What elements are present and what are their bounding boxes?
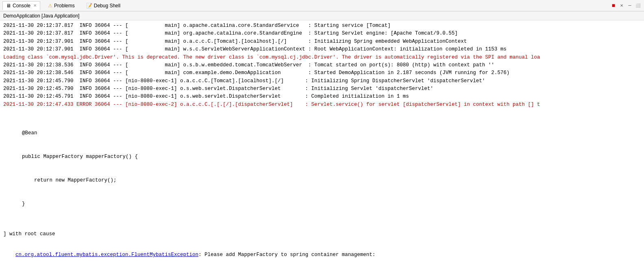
code-line: } [10, 200, 641, 208]
log-line: 2021-11-30 20:12:37.817 INFO 36064 --- [… [3, 30, 641, 37]
log-line-error: 2021-11-30 20:12:47.433 ERROR 36064 --- … [3, 101, 641, 109]
log-line: 2021-11-30 20:12:45.791 INFO 36064 --- [… [3, 93, 641, 101]
tab-problems[interactable]: ⚠ Problems [44, 1, 78, 10]
titlebar-actions: ■ ✕ — ⬜ [610, 2, 642, 9]
console-area[interactable]: 2021-11-30 20:12:37.817 INFO 36064 --- [… [0, 20, 644, 267]
tab-console-label: Console [13, 3, 30, 9]
log-line: 2021-11-30 20:12:38.536 INFO 36064 --- [… [3, 61, 641, 69]
log-line: 2021-11-30 20:12:37.901 INFO 36064 --- [… [3, 38, 641, 46]
tab-console[interactable]: 🖥 Console ✕ [2, 1, 40, 10]
shell-icon: 📝 [86, 3, 92, 9]
app-label-text: DemoApplication [Java Application] [3, 13, 79, 19]
minimize-button[interactable]: — [626, 2, 633, 9]
log-line: 2021-11-30 20:12:37.901 INFO 36064 --- [… [3, 46, 641, 53]
tab-debug-shell[interactable]: 📝 Debug Shell [83, 1, 124, 10]
exception-line: cn.org.atool.fluent.mybatis.exception.Fl… [3, 243, 641, 267]
code-line: @Bean [10, 129, 641, 137]
tab-close-icon[interactable]: ✕ [33, 3, 37, 8]
root-cause-line: ] with root cause [3, 230, 641, 238]
code-line: return new MapperFactory(); [10, 177, 641, 184]
titlebar: 🖥 Console ✕ ⚠ Problems 📝 Debug Shell ■ ✕… [0, 0, 644, 11]
log-line: 2021-11-30 20:12:45.790 INFO 36064 --- [… [3, 77, 641, 85]
problems-icon: ⚠ [48, 3, 52, 9]
stop-button[interactable]: ■ [610, 2, 617, 9]
code-line: public MapperFactory mapperFactory() { [10, 153, 641, 161]
log-line: 2021-11-30 20:12:37.817 INFO 36064 --- [… [3, 22, 641, 30]
tab-problems-label: Problems [54, 3, 75, 9]
exception-message: : Please add MapperFactory to spring con… [198, 252, 375, 258]
maximize-button[interactable]: ⬜ [634, 2, 642, 9]
code-block-1: @Bean public MapperFactory mapperFactory… [10, 114, 641, 224]
log-line-deprecated: Loading class `com.mysql.jdbc.Driver'. T… [3, 54, 641, 61]
close-button[interactable]: ✕ [618, 2, 625, 9]
console-icon: 🖥 [6, 3, 11, 9]
app-label: DemoApplication [Java Application] [0, 11, 644, 20]
tab-debug-shell-label: Debug Shell [94, 3, 120, 9]
exception-link[interactable]: cn.org.atool.fluent.mybatis.exception.Fl… [15, 252, 198, 258]
log-line: 2021-11-30 20:12:38.546 INFO 36064 --- [… [3, 69, 641, 77]
log-line: 2021-11-30 20:12:45.790 INFO 36064 --- [… [3, 85, 641, 93]
